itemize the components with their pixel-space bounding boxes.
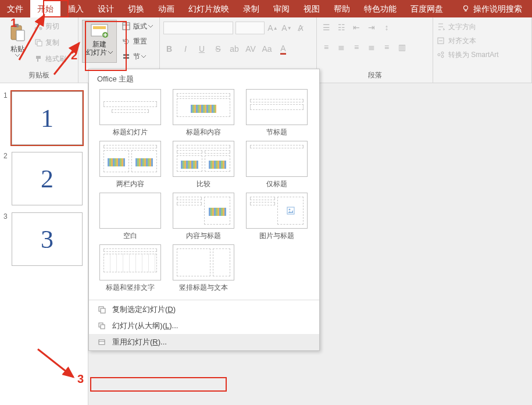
- tellme[interactable]: 操作说明搜索: [455, 0, 529, 17]
- layout-button[interactable]: 版式: [122, 20, 153, 33]
- decrease-font-icon[interactable]: A▼: [281, 22, 292, 34]
- copy-button[interactable]: 复制: [34, 36, 66, 49]
- reset-button[interactable]: 重置: [122, 35, 153, 48]
- strikethrough-icon[interactable]: ab: [228, 43, 240, 55]
- align-text-button[interactable]: 对齐文本: [437, 34, 528, 48]
- layout-label: 标题和竖排文字: [106, 283, 155, 293]
- align-left-icon[interactable]: ≡: [320, 41, 332, 53]
- group-clipboard-label: 剪贴板: [3, 69, 74, 81]
- reuse-icon: [97, 338, 106, 347]
- new-slide-label-1: 新建: [92, 40, 106, 48]
- layout-label: 比较: [197, 179, 210, 189]
- tab-animation[interactable]: 动画: [151, 0, 181, 17]
- justify-icon[interactable]: ≣: [366, 41, 377, 53]
- svg-point-19: [441, 52, 444, 54]
- layout-label: 空白: [123, 231, 137, 241]
- brush-icon: [34, 54, 43, 63]
- thumb-preview: 1: [12, 91, 83, 145]
- underline-button[interactable]: U: [196, 43, 208, 55]
- layout-section-header[interactable]: 节标题: [240, 89, 313, 137]
- font-size-dropdown[interactable]: [235, 22, 265, 34]
- svg-rect-7: [37, 41, 42, 46]
- tab-file[interactable]: 文件: [0, 0, 30, 17]
- chevron-down-icon: [15, 54, 20, 57]
- thumb-preview: 2: [12, 152, 83, 205]
- duplicate-icon: [97, 305, 106, 314]
- tab-help[interactable]: 帮助: [327, 0, 357, 17]
- layout-vertical-title-text[interactable]: 竖排标题与文本: [167, 244, 240, 293]
- new-slide-dropdown: Office 主题 标题幻灯片 标题和内容 节标题 两栏内容 比较 仅标题 空白: [88, 69, 320, 351]
- indent-inc-icon[interactable]: ⇥: [366, 22, 377, 33]
- layout-title-only[interactable]: 仅标题: [240, 141, 313, 189]
- change-case-icon[interactable]: Aa: [261, 43, 273, 55]
- slide-thumb-2[interactable]: 2 2: [0, 148, 88, 209]
- layout-label: 竖排标题与文本: [179, 283, 228, 293]
- line-spacing-icon[interactable]: ↕: [381, 22, 392, 33]
- align-right-icon[interactable]: ≡: [351, 41, 362, 53]
- tab-record[interactable]: 录制: [236, 0, 266, 17]
- tab-insert[interactable]: 插入: [60, 0, 91, 17]
- tab-view[interactable]: 视图: [297, 0, 327, 17]
- slide-thumb-1[interactable]: 1 1: [0, 88, 88, 148]
- font-color-icon[interactable]: A: [277, 43, 289, 55]
- char-spacing-icon[interactable]: AV: [245, 43, 256, 55]
- smartart-button[interactable]: 转换为 SmartArt: [437, 48, 528, 62]
- reset-icon: [122, 37, 131, 46]
- copy-icon: [34, 38, 43, 47]
- text-direction-button[interactable]: 文字方向: [437, 20, 528, 34]
- svg-rect-12: [123, 23, 130, 30]
- cut-button[interactable]: 剪切: [34, 20, 66, 33]
- align-center-icon[interactable]: ≣: [335, 41, 347, 53]
- layout-two-content[interactable]: 两栏内容: [94, 141, 167, 189]
- strike-button[interactable]: S: [212, 43, 224, 55]
- tab-design[interactable]: 设计: [91, 0, 121, 17]
- duplicate-slides-label: 复制选定幻灯片(D): [112, 304, 176, 315]
- paste-icon: [8, 22, 27, 43]
- svg-rect-2: [14, 24, 19, 27]
- paste-button[interactable]: 粘贴: [3, 20, 31, 65]
- tab-home[interactable]: 开始: [30, 0, 60, 17]
- group-clipboard: 粘贴 剪切 复制 格式刷 剪贴板: [0, 17, 78, 83]
- layout-comparison[interactable]: 比较: [167, 141, 240, 189]
- slides-from-outline-item[interactable]: 幻灯片(从大纲)(L)...: [89, 318, 319, 334]
- paste-label: 粘贴: [10, 44, 24, 54]
- distribute-icon[interactable]: ≡: [381, 41, 392, 53]
- numbering-icon[interactable]: ☷: [335, 22, 347, 33]
- format-painter-button[interactable]: 格式刷: [34, 52, 66, 65]
- tab-slideshow[interactable]: 幻灯片放映: [181, 0, 236, 17]
- group-paragraph-label: 段落: [320, 69, 429, 81]
- indent-dec-icon[interactable]: ⇤: [351, 22, 362, 33]
- tab-transition[interactable]: 切换: [121, 0, 151, 17]
- new-slide-button[interactable]: 新建 幻灯片: [82, 20, 117, 63]
- section-label: 节: [133, 52, 140, 62]
- copy-label: 复制: [45, 38, 59, 48]
- layout-content-caption[interactable]: 内容与标题: [167, 193, 240, 241]
- svg-rect-14: [123, 54, 129, 56]
- layout-blank[interactable]: 空白: [94, 193, 167, 241]
- tab-review[interactable]: 审阅: [266, 0, 297, 17]
- reset-label: 重置: [133, 37, 147, 47]
- new-slide-icon: [89, 22, 110, 40]
- bullets-icon[interactable]: ☰: [320, 22, 332, 33]
- duplicate-slides-item[interactable]: 复制选定幻灯片(D): [89, 301, 319, 318]
- layout-title-slide[interactable]: 标题幻灯片: [94, 89, 167, 137]
- smartart-icon: [437, 51, 445, 59]
- font-family-dropdown[interactable]: [163, 22, 233, 34]
- tab-baidu[interactable]: 百度网盘: [404, 0, 450, 17]
- chevron-down-icon: [108, 51, 113, 54]
- layout-picture-caption[interactable]: 图片与标题: [240, 193, 313, 241]
- increase-font-icon[interactable]: A▲: [267, 22, 279, 34]
- columns-icon[interactable]: ▥: [396, 41, 408, 53]
- bold-button[interactable]: B: [163, 43, 175, 55]
- reuse-slides-item[interactable]: 重用幻灯片(R)...: [89, 334, 319, 350]
- svg-rect-21: [287, 207, 294, 214]
- align-text-icon: [437, 37, 445, 45]
- clear-format-icon[interactable]: A̷: [295, 22, 306, 34]
- italic-button[interactable]: I: [180, 43, 191, 55]
- thumb-number: 3: [3, 212, 12, 221]
- layout-title-content[interactable]: 标题和内容: [167, 89, 240, 137]
- section-button[interactable]: 节: [122, 50, 153, 63]
- layout-title-vertical-text[interactable]: 标题和竖排文字: [94, 244, 167, 293]
- tab-special[interactable]: 特色功能: [357, 0, 404, 17]
- slide-thumb-3[interactable]: 3 3: [0, 209, 88, 269]
